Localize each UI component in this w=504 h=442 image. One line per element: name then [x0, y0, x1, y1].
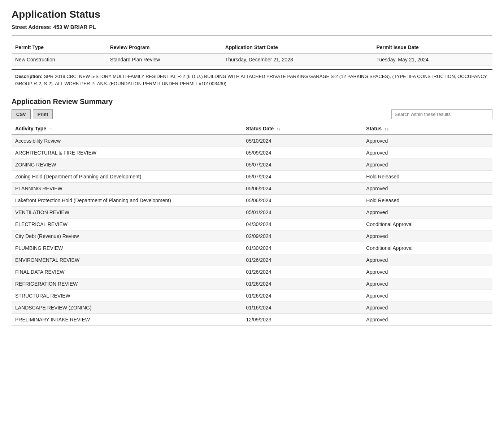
activity-type-cell: PLUMBING REVIEW — [12, 242, 242, 254]
col-header-date: Status Date ↑↓ — [242, 123, 362, 135]
status-cell: Approved — [362, 314, 492, 326]
permit-col-type: Permit Type — [12, 42, 107, 53]
status-sort-icon[interactable]: ↑↓ — [384, 127, 388, 131]
table-row: VENTILATION REVIEW05/01/2024Approved — [12, 207, 492, 218]
status-cell: Approved — [362, 302, 492, 314]
status-cell: Approved — [362, 230, 492, 242]
table-row: Lakefront Protection Hold (Department of… — [12, 195, 492, 207]
permit-col-start-date: Application Start Date — [222, 42, 373, 53]
permit-start-date-value: Thursday, December 21, 2023 — [222, 53, 373, 66]
activity-type-cell: PRELIMINARY INTAKE REVIEW — [12, 314, 242, 326]
permit-table: Permit Type Review Program Application S… — [12, 42, 492, 66]
date-sort-icon[interactable]: ↑↓ — [277, 127, 281, 131]
street-address: Street Address: 453 W BRIAR PL — [12, 24, 492, 30]
status-date-cell: 05/10/2024 — [242, 135, 362, 147]
status-cell: Conditional Approval — [362, 218, 492, 230]
status-date-cell: 01/16/2024 — [242, 302, 362, 314]
street-address-label: Street Address: — [12, 24, 52, 30]
status-date-cell: 05/06/2024 — [242, 195, 362, 207]
status-date-cell: 05/01/2024 — [242, 207, 362, 218]
activity-type-cell: Accessibility Review — [12, 135, 242, 147]
status-date-cell: 05/06/2024 — [242, 183, 362, 195]
review-table: Activity Type ↑↓ Status Date ↑↓ Status ↑… — [12, 123, 492, 326]
activity-type-cell: ARCHITECTURAL & FIRE REVIEW — [12, 147, 242, 159]
search-container — [391, 109, 492, 119]
activity-type-cell: LANDSCAPE REVIEW (ZONING) — [12, 302, 242, 314]
permit-row: New Construction Standard Plan Review Th… — [12, 53, 492, 66]
status-cell: Approved — [362, 207, 492, 218]
description-label: Description: — [15, 74, 43, 79]
toolbar-left: CSV Print — [12, 109, 53, 119]
table-row: FINAL DATA REVIEW01/26/2024Approved — [12, 266, 492, 278]
activity-type-cell: Zoning Hold (Department of Planning and … — [12, 171, 242, 183]
status-date-cell: 05/09/2024 — [242, 147, 362, 159]
activity-type-cell: REFRIGERATION REVIEW — [12, 278, 242, 290]
status-cell: Conditional Approval — [362, 242, 492, 254]
status-date-cell: 12/09/2023 — [242, 314, 362, 326]
status-cell: Approved — [362, 254, 492, 266]
activity-type-cell: FINAL DATA REVIEW — [12, 266, 242, 278]
page-title: Application Status — [12, 9, 492, 20]
activity-sort-icon[interactable]: ↑↓ — [49, 127, 53, 131]
print-button[interactable]: Print — [33, 109, 53, 119]
permit-type-value: New Construction — [12, 53, 107, 66]
permit-program-value: Standard Plan Review — [107, 53, 222, 66]
search-input[interactable] — [391, 109, 492, 119]
status-cell: Approved — [362, 290, 492, 302]
top-divider — [12, 35, 492, 36]
permit-col-issue-date: Permit Issue Date — [373, 42, 492, 53]
status-cell: Approved — [362, 159, 492, 171]
activity-type-cell: City Debt (Revenue) Review — [12, 230, 242, 242]
status-cell: Hold Released — [362, 195, 492, 207]
status-date-cell: 04/30/2024 — [242, 218, 362, 230]
status-cell: Hold Released — [362, 171, 492, 183]
status-date-cell: 02/09/2024 — [242, 230, 362, 242]
status-date-cell: 05/07/2024 — [242, 159, 362, 171]
activity-type-cell: ZONING REVIEW — [12, 159, 242, 171]
table-row: ELECTRICAL REVIEW04/30/2024Conditional A… — [12, 218, 492, 230]
status-date-cell: 01/26/2024 — [242, 266, 362, 278]
table-row: STRUCTURAL REVIEW01/26/2024Approved — [12, 290, 492, 302]
activity-type-cell: STRUCTURAL REVIEW — [12, 290, 242, 302]
table-row: PLUMBING REVIEW01/30/2024Conditional App… — [12, 242, 492, 254]
activity-type-cell: PLANNING REVIEW — [12, 183, 242, 195]
table-row: PRELIMINARY INTAKE REVIEW12/09/2023Appro… — [12, 314, 492, 326]
table-row: City Debt (Revenue) Review02/09/2024Appr… — [12, 230, 492, 242]
csv-button[interactable]: CSV — [12, 109, 31, 119]
status-cell: Approved — [362, 278, 492, 290]
table-row: ENVIRONMENTAL REVIEW01/26/2024Approved — [12, 254, 492, 266]
col-header-activity: Activity Type ↑↓ — [12, 123, 242, 135]
col-header-status: Status ↑↓ — [362, 123, 492, 135]
activity-type-cell: Lakefront Protection Hold (Department of… — [12, 195, 242, 207]
status-date-cell: 01/26/2024 — [242, 254, 362, 266]
street-address-value: 453 W BRIAR PL — [53, 24, 96, 30]
activity-type-cell: VENTILATION REVIEW — [12, 207, 242, 218]
permit-issue-date-value: Tuesday, May 21, 2024 — [373, 53, 492, 66]
description-block: Description: SPR 2019 CBC: NEW 5-STORY M… — [12, 69, 492, 90]
review-table-body: Accessibility Review05/10/2024ApprovedAR… — [12, 135, 492, 326]
status-cell: Approved — [362, 266, 492, 278]
table-row: LANDSCAPE REVIEW (ZONING)01/16/2024Appro… — [12, 302, 492, 314]
table-row: ARCHITECTURAL & FIRE REVIEW05/09/2024App… — [12, 147, 492, 159]
table-row: ZONING REVIEW05/07/2024Approved — [12, 159, 492, 171]
permit-col-program: Review Program — [107, 42, 222, 53]
review-table-header-row: Activity Type ↑↓ Status Date ↑↓ Status ↑… — [12, 123, 492, 135]
toolbar: CSV Print — [12, 109, 492, 119]
table-row: PLANNING REVIEW05/06/2024Approved — [12, 183, 492, 195]
status-cell: Approved — [362, 147, 492, 159]
review-summary-title: Application Review Summary — [12, 98, 492, 106]
status-cell: Approved — [362, 183, 492, 195]
status-date-cell: 01/30/2024 — [242, 242, 362, 254]
status-cell: Approved — [362, 135, 492, 147]
activity-type-cell: ENVIRONMENTAL REVIEW — [12, 254, 242, 266]
table-row: Zoning Hold (Department of Planning and … — [12, 171, 492, 183]
table-row: REFRIGERATION REVIEW01/26/2024Approved — [12, 278, 492, 290]
status-date-cell: 01/26/2024 — [242, 278, 362, 290]
activity-type-cell: ELECTRICAL REVIEW — [12, 218, 242, 230]
description-text: SPR 2019 CBC: NEW 5-STORY MULTI-FAMILY R… — [15, 74, 487, 86]
table-row: Accessibility Review05/10/2024Approved — [12, 135, 492, 147]
status-date-cell: 01/26/2024 — [242, 290, 362, 302]
status-date-cell: 05/07/2024 — [242, 171, 362, 183]
